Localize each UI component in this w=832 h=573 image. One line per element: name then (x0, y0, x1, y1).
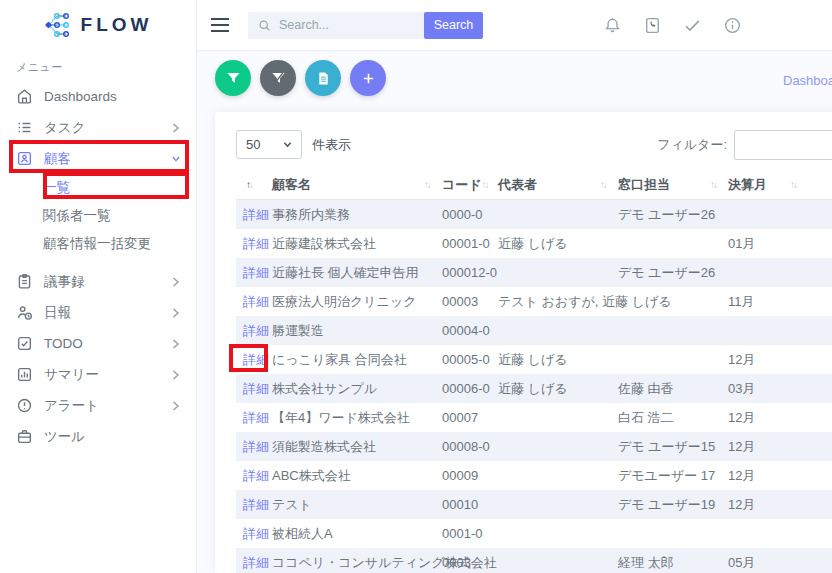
column-header-detail[interactable]: ↑↓ (236, 179, 272, 190)
sidebar: FLOW メニュー Dashboardsタスク顧客一覧関係者一覧顧客情報一括変更… (0, 0, 197, 573)
name-cell: 株式会社サンプル (272, 380, 442, 398)
contact-card-icon (16, 150, 33, 167)
rep-cell: 近藤 しげる (498, 235, 618, 253)
detail-link[interactable]: 詳細 (243, 207, 269, 222)
code-cell: 00004-0 (442, 323, 498, 338)
customer-table: ↑↓顧客名↑↓コード↑↓代表者↑↓窓口担当↑↓決算月↑↓ 詳細事務所内業務000… (236, 170, 832, 573)
check-icon[interactable] (683, 16, 702, 35)
detail-link[interactable]: 詳細 (243, 294, 269, 309)
search-box[interactable] (248, 12, 424, 39)
code-cell: 00007 (442, 410, 498, 425)
table-row: 詳細須能製造株式会社00008-0デモ ユーザー1512月 (236, 432, 832, 461)
table-row: 詳細医療法人明治クリニック00003テスト おおすが, 近藤 しげる11月 (236, 287, 832, 316)
detail-cell: 詳細 (236, 235, 272, 253)
sidebar-item-summary[interactable]: サマリー (0, 359, 196, 390)
person-clock-icon (16, 304, 33, 321)
export-button[interactable] (305, 60, 341, 96)
detail-link[interactable]: 詳細 (243, 439, 269, 454)
sidebar-item-minutes[interactable]: 議事録 (0, 266, 196, 297)
hamburger-menu-icon[interactable] (210, 17, 230, 33)
name-cell: 【年4】ワード株式会社 (272, 409, 442, 427)
sort-desc-icon: ↓ (427, 179, 430, 190)
sort-icons[interactable]: ↑↓ (246, 179, 252, 190)
sort-desc-icon: ↓ (603, 179, 606, 190)
sidebar-item-related-parties-list[interactable]: 関係者一覧 (0, 202, 196, 230)
chevron-right-icon (172, 308, 182, 318)
table-row: 詳細【年4】ワード株式会社00007白石 浩二12月 (236, 403, 832, 432)
detail-link[interactable]: 詳細 (243, 555, 269, 570)
code-cell: 00010 (442, 497, 498, 512)
column-header-label: 顧客名 (272, 176, 311, 194)
month-cell: 12月 (728, 496, 808, 514)
sort-icons[interactable]: ↑↓ (482, 179, 488, 190)
name-cell: 近藤社長 個人確定申告用 (272, 264, 442, 282)
breadcrumb[interactable]: Dashboards (783, 73, 832, 88)
sidebar-item-label: 議事録 (44, 273, 172, 291)
column-header-label: 窓口担当 (618, 176, 670, 194)
menu-section-label: メニュー (0, 50, 196, 81)
detail-link[interactable]: 詳細 (243, 265, 269, 280)
chevron-right-icon (172, 401, 182, 411)
briefcase-icon (16, 428, 33, 445)
column-header-4[interactable]: 窓口担当↑↓ (618, 176, 728, 194)
app-logo[interactable]: FLOW (0, 0, 196, 50)
table-row: 詳細近藤社長 個人確定申告用000012-0デモ ユーザー26 (236, 258, 832, 287)
name-cell: 事務所内業務 (272, 206, 442, 224)
sort-icons[interactable]: ↑↓ (424, 179, 430, 190)
chevron-right-icon (172, 370, 182, 380)
bar-chart-icon (16, 366, 33, 383)
table-row: 詳細にっこり家具 合同会社00005-0近藤 しげる12月 (236, 345, 832, 374)
detail-cell: 詳細 (236, 496, 272, 514)
sidebar-item-customer-bulk-update[interactable]: 顧客情報一括変更 (0, 230, 196, 258)
column-header-1[interactable]: 顧客名↑↓ (272, 176, 442, 194)
detail-cell: 詳細 (236, 525, 272, 543)
column-header-3[interactable]: 代表者↑↓ (498, 176, 618, 194)
sidebar-item-tools[interactable]: ツール (0, 421, 196, 452)
month-cell: 12月 (728, 467, 808, 485)
detail-cell: 詳細 (236, 322, 272, 340)
add-button[interactable] (350, 60, 386, 96)
search-button[interactable]: Search (424, 12, 483, 39)
table-row: 詳細ココペリ・コンサルティング株式会社0003経理 太郎05月 (236, 548, 832, 573)
detail-link[interactable]: 詳細 (243, 236, 269, 251)
column-header-2[interactable]: コード↑↓ (442, 176, 498, 194)
name-cell: 被相続人A (272, 525, 442, 543)
sort-icons[interactable]: ↑↓ (790, 179, 796, 190)
bell-icon[interactable] (603, 16, 622, 35)
phone-file-icon[interactable] (643, 16, 662, 35)
sidebar-item-tasks[interactable]: タスク (0, 112, 196, 143)
column-header-5[interactable]: 決算月↑↓ (728, 176, 808, 194)
code-cell: 0000-0 (442, 207, 498, 222)
sidebar-item-customers-list[interactable]: 一覧 (0, 174, 196, 202)
sidebar-item-customers[interactable]: 顧客 (0, 143, 196, 174)
detail-link[interactable]: 詳細 (243, 381, 269, 396)
page-size-select[interactable]: 50 (236, 130, 302, 159)
detail-link[interactable]: 詳細 (243, 323, 269, 338)
sort-icons[interactable]: ↑↓ (710, 179, 716, 190)
sidebar-item-alert[interactable]: アラート (0, 390, 196, 421)
name-cell: 近藤建設株式会社 (272, 235, 442, 253)
sidebar-item-label: サマリー (44, 366, 172, 384)
detail-link[interactable]: 詳細 (243, 497, 269, 512)
contact-cell: 佐藤 由香 (618, 380, 728, 398)
sidebar-item-dashboards[interactable]: Dashboards (0, 81, 196, 112)
sort-desc-icon: ↓ (713, 179, 716, 190)
detail-link[interactable]: 詳細 (243, 468, 269, 483)
detail-link[interactable]: 詳細 (243, 526, 269, 541)
detail-link[interactable]: 詳細 (243, 352, 269, 367)
search-input[interactable] (279, 18, 409, 32)
name-cell: にっこり家具 合同会社 (272, 351, 442, 369)
sidebar-item-daily-report[interactable]: 日報 (0, 297, 196, 328)
clear-filter-button[interactable] (260, 60, 296, 96)
sidebar-item-todo[interactable]: TODO (0, 328, 196, 359)
detail-cell: 詳細 (236, 467, 272, 485)
detail-link[interactable]: 詳細 (243, 410, 269, 425)
filter-input[interactable] (734, 130, 832, 160)
sort-icons[interactable]: ↑↓ (600, 179, 606, 190)
action-toolbar (215, 60, 386, 96)
info-icon[interactable] (723, 16, 742, 35)
filter-button[interactable] (215, 60, 251, 96)
month-cell: 12月 (728, 438, 808, 456)
rep-cell: 近藤 しげる (498, 351, 618, 369)
code-cell: 00005-0 (442, 352, 498, 367)
